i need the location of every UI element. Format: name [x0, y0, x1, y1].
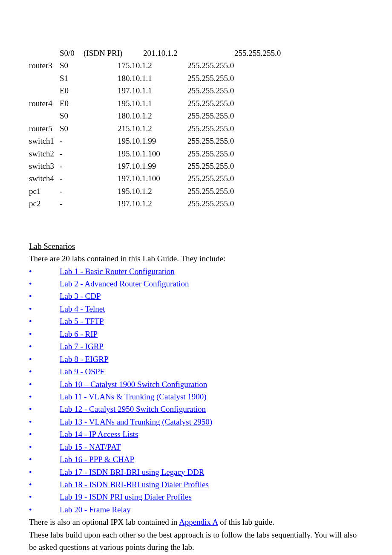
bullet-icon: •	[29, 491, 60, 503]
lab-link[interactable]: •Lab 5 - TFTP	[29, 315, 363, 327]
lab-label: Lab 18 - ISDN BRI-BRI using Dialer Profi…	[60, 480, 209, 489]
lab-link[interactable]: •Lab 14 - IP Access Lists	[29, 428, 363, 440]
lab-link[interactable]: •Lab 10 – Catalyst 1900 Switch Configura…	[29, 378, 363, 390]
table-row: switch4-197.10.1.100255.255.255.0	[29, 172, 363, 185]
interface-cell: -	[60, 147, 84, 160]
device-cell: router4	[29, 97, 60, 110]
interface-cell: E0	[60, 97, 84, 110]
ip-cell: 195.10.1.2	[118, 185, 187, 197]
ip-cell: 201.10.1.2	[143, 47, 213, 59]
lab-link[interactable]: •Lab 9 - OSPF	[29, 365, 363, 378]
lab-label: Lab 19 - ISDN PRI using Dialer Profiles	[60, 492, 192, 501]
text: of this lab guide.	[218, 517, 274, 526]
bullet-icon: •	[29, 303, 60, 315]
table-row: S0180.10.1.2255.255.255.0	[29, 110, 363, 122]
lab-link[interactable]: •Lab 11 - VLANs & Trunking (Catalyst 190…	[29, 390, 363, 403]
lab-label: Lab 3 - CDP	[60, 292, 101, 301]
lab-label: Lab 1 - Basic Router Configuration	[60, 267, 175, 276]
bullet-icon: •	[29, 290, 60, 302]
section-title: Lab Scenarios	[29, 242, 75, 251]
table-row: S0/0(ISDN PRI)201.10.1.2255.255.255.0	[29, 47, 363, 59]
lab-link[interactable]: •Lab 8 - EIGRP	[29, 353, 363, 365]
bullet-icon: •	[29, 353, 60, 365]
lab-label: Lab 8 - EIGRP	[60, 355, 109, 364]
mask-cell: 255.255.255.0	[187, 97, 363, 110]
lab-label: Lab 11 - VLANs & Trunking (Catalyst 1900…	[60, 392, 207, 401]
table-row: S1180.10.1.1255.255.255.0	[29, 72, 363, 84]
ip-cell: 180.10.1.2	[118, 110, 187, 122]
interface-address-table: S0/0(ISDN PRI)201.10.1.2255.255.255.0rou…	[29, 47, 363, 210]
bullet-icon: •	[29, 441, 60, 453]
ip-cell: 180.10.1.1	[118, 72, 187, 84]
mask-cell: 255.255.255.0	[187, 72, 363, 84]
lab-link[interactable]: •Lab 20 - Frame Relay	[29, 503, 363, 516]
table-row: router3S0175.10.1.2255.255.255.0	[29, 59, 363, 72]
bullet-icon: •	[29, 378, 60, 390]
device-cell: pc2	[29, 197, 60, 210]
bullet-icon: •	[29, 265, 60, 278]
mask-cell: 255.255.255.0	[213, 47, 363, 59]
ip-cell: 215.10.1.2	[118, 122, 187, 135]
bullet-icon: •	[29, 315, 60, 327]
interface-cell: S0/0	[60, 47, 84, 59]
lab-link[interactable]: •Lab 13 - VLANs and Trunking (Catalyst 2…	[29, 416, 363, 428]
mask-cell: 255.255.255.0	[187, 84, 363, 97]
lab-link[interactable]: •Lab 18 - ISDN BRI-BRI using Dialer Prof…	[29, 478, 363, 491]
interface-cell: -	[60, 135, 84, 147]
intro-text: There are 20 labs contained in this Lab …	[29, 254, 225, 263]
table-row: router4E0195.10.1.1255.255.255.0	[29, 97, 363, 110]
bullet-icon: •	[29, 416, 60, 428]
interface-cell: E0	[60, 84, 84, 97]
appendix-bc-paragraph: Answers to these questions are contained…	[29, 554, 363, 555]
device-cell: switch4	[29, 172, 60, 185]
ip-cell: 195.10.1.100	[118, 147, 187, 160]
lab-link[interactable]: •Lab 16 - PPP & CHAP	[29, 453, 363, 465]
lab-link[interactable]: •Lab 19 - ISDN PRI using Dialer Profiles	[29, 491, 363, 503]
device-cell: switch2	[29, 147, 60, 160]
table-row: switch3-197.10.1.99255.255.255.0	[29, 160, 363, 172]
ip-cell: 197.10.1.2	[118, 197, 187, 210]
lab-link[interactable]: •Lab 17 - ISDN BRI-BRI using Legacy DDR	[29, 466, 363, 478]
interface-cell: -	[60, 172, 84, 185]
lab-link[interactable]: •Lab 4 - Telnet	[29, 303, 363, 315]
ip-cell: 197.10.1.1	[118, 84, 187, 97]
bullet-icon: •	[29, 453, 60, 465]
appendix-a-link[interactable]: Appendix A	[179, 517, 218, 526]
text: There is also an optional IPX lab contai…	[29, 517, 179, 526]
lab-link[interactable]: •Lab 3 - CDP	[29, 290, 363, 302]
lab-label: Lab 14 - IP Access Lists	[60, 430, 138, 439]
ip-cell: 197.10.1.99	[118, 160, 187, 172]
table-row: E0197.10.1.1255.255.255.0	[29, 84, 363, 97]
lab-label: Lab 4 - Telnet	[60, 304, 105, 313]
lab-label: Lab 2 - Advanced Router Configuration	[60, 279, 189, 288]
bullet-icon: •	[29, 503, 60, 516]
mask-cell: 255.255.255.0	[187, 59, 363, 72]
desc-cell: (ISDN PRI)	[84, 47, 143, 59]
lab-label: Lab 10 – Catalyst 1900 Switch Configurat…	[60, 380, 207, 389]
sequential-note: These labs build upon each other so the …	[29, 529, 363, 554]
bullet-icon: •	[29, 278, 60, 290]
mask-cell: 255.255.255.0	[187, 160, 363, 172]
ip-cell: 175.10.1.2	[118, 59, 187, 72]
bullet-icon: •	[29, 328, 60, 340]
lab-link[interactable]: •Lab 12 - Catalyst 2950 Switch Configura…	[29, 403, 363, 415]
bullet-icon: •	[29, 403, 60, 415]
lab-link[interactable]: •Lab 6 - RIP	[29, 328, 363, 340]
lab-label: Lab 9 - OSPF	[60, 367, 104, 376]
lab-label: Lab 13 - VLANs and Trunking (Catalyst 29…	[60, 417, 212, 426]
lab-label: Lab 15 - NAT/PAT	[60, 442, 121, 451]
lab-link[interactable]: •Lab 15 - NAT/PAT	[29, 441, 363, 453]
lab-link[interactable]: •Lab 2 - Advanced Router Configuration	[29, 278, 363, 290]
mask-cell: 255.255.255.0	[187, 110, 363, 122]
lab-link[interactable]: •Lab 1 - Basic Router Configuration	[29, 265, 363, 278]
lab-label: Lab 5 - TFTP	[60, 317, 104, 326]
lab-link[interactable]: •Lab 7 - IGRP	[29, 340, 363, 353]
device-cell: router3	[29, 59, 60, 72]
device-cell: router5	[29, 122, 60, 135]
interface-cell: S0	[60, 59, 84, 72]
interface-cell: -	[60, 160, 84, 172]
device-cell: pc1	[29, 185, 60, 197]
ip-cell: 195.10.1.99	[118, 135, 187, 147]
lab-list: •Lab 1 - Basic Router Configuration•Lab …	[29, 265, 363, 516]
device-cell: switch1	[29, 135, 60, 147]
